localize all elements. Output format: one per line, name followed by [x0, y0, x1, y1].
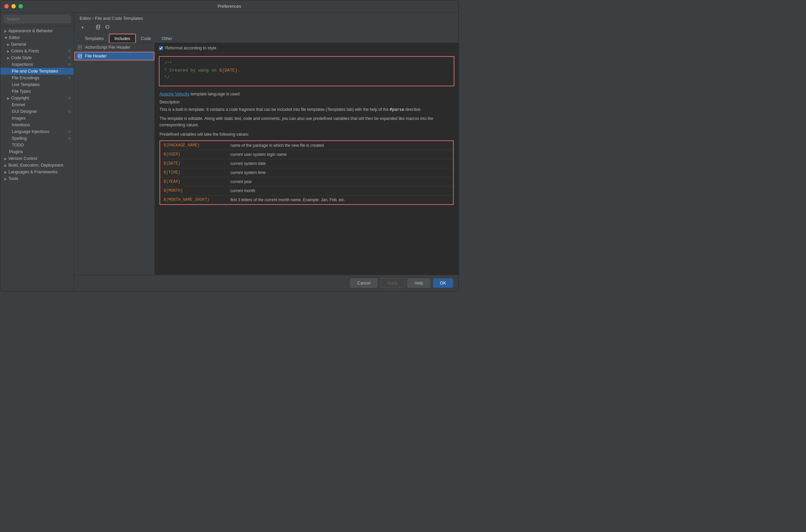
sidebar: ▶ Appearance & Behavior ▼ Editor ▶ Gener… [0, 13, 74, 291]
search-input[interactable] [4, 15, 71, 23]
table-row: ${PACKAGE_NAME} name of the package in w… [160, 141, 453, 150]
sidebar-item-language-injections[interactable]: Language Injections ⚙ [0, 128, 74, 135]
sidebar-item-version-control[interactable]: ▶ Version Control [0, 155, 74, 162]
table-row: ${YEAR} current year [160, 177, 453, 186]
sidebar-item-editor[interactable]: ▼ Editor [0, 34, 74, 41]
table-row: ${MONTH_NAME_SHORT} first 3 letters of t… [160, 195, 453, 205]
template-lang-text: Apache Velocity template language is use… [159, 92, 454, 96]
tab-code[interactable]: Code [136, 34, 156, 43]
sidebar-item-build-execution[interactable]: ▶ Build, Execution, Deployment [0, 162, 74, 169]
sidebar-item-plugins[interactable]: Plugins [0, 149, 74, 155]
sidebar-item-file-types[interactable]: File Types [0, 88, 74, 95]
gear-icon: ⚙ [68, 136, 71, 141]
bottom-bar: Cancel Apply Help OK [74, 275, 458, 291]
sidebar-item-file-encodings[interactable]: File Encodings ⚙ [0, 75, 74, 81]
window-title: Preferences [218, 4, 241, 9]
sidebar-item-spelling[interactable]: Spelling ⚙ [0, 135, 74, 142]
title-bar: Preferences [0, 0, 458, 13]
ok-button[interactable]: OK [433, 279, 453, 288]
arrow-icon: ▶ [4, 164, 7, 167]
sidebar-item-live-templates[interactable]: Live Templates [0, 81, 74, 88]
maximize-button[interactable] [18, 4, 23, 8]
sidebar-item-copyright[interactable]: ▶ Copyright ⚙ [0, 95, 74, 101]
gear-icon: ⚙ [68, 96, 71, 100]
table-row: ${DATE} current system date [160, 159, 453, 168]
content-tabs: Templates Includes Code Other [80, 34, 453, 43]
arrow-icon: ▶ [7, 50, 10, 53]
arrow-icon: ▶ [4, 29, 7, 33]
content-toolbar: + − [80, 23, 453, 32]
sidebar-item-file-and-code-templates[interactable]: File and Code Templates [0, 68, 74, 75]
template-lang-suffix: template language is used [190, 92, 239, 96]
sidebar-item-code-style[interactable]: ▶ Code Style ⚙ [0, 54, 74, 61]
var-desc: current system time [227, 168, 453, 177]
reset-button[interactable] [103, 23, 112, 32]
var-name: ${MONTH} [160, 186, 227, 195]
variables-table: ${PACKAGE_NAME} name of the package in w… [159, 140, 454, 205]
sidebar-item-label: Appearance & Behavior [8, 28, 53, 33]
sidebar-item-languages-frameworks[interactable]: ▶ Languages & Frameworks [0, 169, 74, 175]
sidebar-item-intentions[interactable]: Intentions [0, 121, 74, 128]
sidebar-item-appearance[interactable]: ▶ Appearance & Behavior [0, 27, 74, 34]
apply-button[interactable]: Apply [380, 279, 405, 288]
gear-icon: ⚙ [68, 130, 71, 134]
right-pane: Reformat according to style /** * Create… [155, 43, 458, 275]
sidebar-item-label: GUI Designer [12, 109, 37, 114]
reformat-row: Reformat according to style [155, 43, 458, 53]
sidebar-item-label: General [11, 42, 26, 47]
sidebar-item-emmet[interactable]: Emmet [0, 101, 74, 108]
gear-icon: ⚙ [68, 62, 71, 67]
arrow-icon: ▶ [4, 177, 7, 181]
sidebar-item-inspections[interactable]: Inspections ⚙ [0, 61, 74, 68]
tab-other[interactable]: Other [156, 34, 177, 43]
description-label: Description [159, 100, 454, 104]
sidebar-item-label: Intentions [12, 122, 30, 127]
sidebar-item-gui-designer[interactable]: GUI Designer ⚙ [0, 108, 74, 115]
apache-velocity-link[interactable]: Apache Velocity [159, 92, 189, 96]
code-editor[interactable]: /** * Created by wang on ${DATE}. */ [159, 56, 454, 86]
tab-includes[interactable]: Includes [110, 34, 135, 43]
var-desc: current user system login name [227, 150, 453, 159]
add-button[interactable]: + [80, 24, 85, 31]
list-item-actionscript[interactable]: ActionScript File Header [74, 43, 154, 52]
arrow-icon: ▼ [4, 36, 8, 40]
sidebar-item-todo[interactable]: TODO [0, 142, 74, 149]
sidebar-item-label: Language Injections [12, 129, 50, 134]
gear-icon: ⚙ [68, 76, 71, 80]
close-button[interactable] [4, 4, 9, 8]
list-item-label: File Header [85, 54, 107, 58]
remove-button[interactable]: − [87, 24, 92, 31]
arrow-icon: ▶ [7, 96, 10, 100]
code-line-1: /** [164, 60, 449, 67]
sidebar-item-images[interactable]: Images [0, 115, 74, 121]
var-desc: current month [227, 186, 453, 195]
sidebar-item-label: Emmet [12, 102, 25, 107]
sidebar-item-label: Spelling [12, 136, 26, 141]
sidebar-item-colors-fonts[interactable]: ▶ Colors & Fonts ⚙ [0, 48, 74, 54]
var-desc: first 3 letters of the current month nam… [227, 195, 453, 205]
sidebar-item-tools[interactable]: ▶ Tools [0, 175, 74, 182]
reformat-checkbox[interactable] [159, 46, 163, 50]
copy-button[interactable] [94, 23, 102, 32]
gear-icon: ⚙ [68, 56, 71, 60]
var-desc: current year [227, 177, 453, 186]
arrow-icon: ▶ [4, 170, 7, 174]
cancel-button[interactable]: Cancel [350, 279, 378, 288]
code-line-2: * Created by wang on ${DATE}. [164, 67, 449, 74]
sidebar-item-label: Live Templates [12, 82, 40, 87]
arrow-icon: ▶ [7, 43, 10, 46]
list-item-label: ActionScript File Header [85, 45, 130, 50]
tab-templates[interactable]: Templates [80, 34, 109, 43]
var-name: ${DATE} [160, 159, 227, 168]
description-para-3: Predefined variables will take the follo… [159, 131, 454, 138]
sidebar-item-general[interactable]: ▶ General [0, 41, 74, 48]
list-item-file-header[interactable]: File Header [74, 52, 154, 60]
sidebar-item-label: Copyright [11, 96, 29, 100]
help-button[interactable]: Help [407, 279, 430, 288]
breadcrumb: Editor › File and Code Templates [80, 16, 453, 21]
gear-icon: ⚙ [68, 110, 71, 114]
window-controls[interactable] [4, 4, 23, 8]
gear-icon: ⚙ [68, 49, 71, 53]
arrow-icon: ▶ [7, 56, 10, 60]
minimize-button[interactable] [12, 4, 16, 8]
